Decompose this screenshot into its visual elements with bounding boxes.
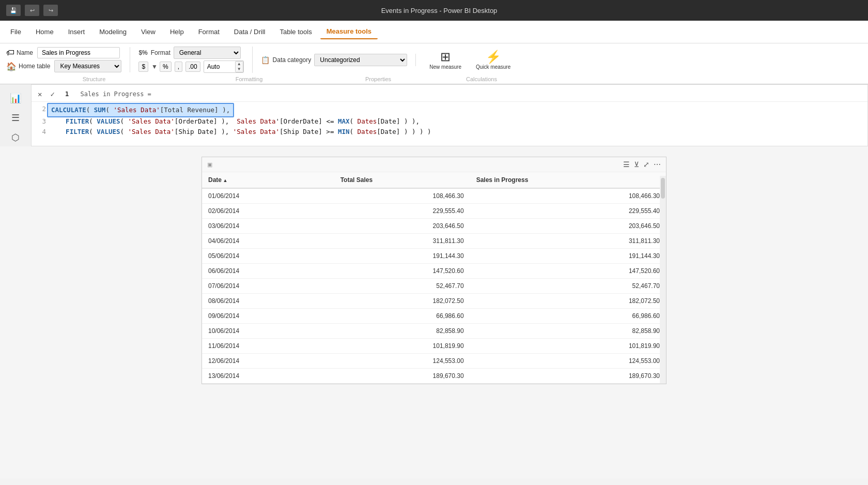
editor-toolbar: ✕ ✓ 1 Sales in Progress = [32, 87, 867, 102]
calculations-section-label: Calculations [440, 76, 523, 82]
cell-date: 03/06/2014 [202, 219, 334, 234]
cell-sales-progress: 229,555.40 [470, 204, 666, 219]
table-row: 09/06/2014 66,986.60 66,986.60 [202, 309, 666, 324]
menu-view[interactable]: View [135, 25, 162, 39]
menu-file[interactable]: File [4, 25, 27, 39]
table-row: 04/06/2014 311,811.30 311,811.30 [202, 234, 666, 249]
formula-editor[interactable]: ✕ ✓ 1 Sales in Progress = 2 CALCULATE( S… [31, 84, 868, 146]
formatting-section-label: Formatting [182, 76, 316, 82]
main-content: ▣ ☰ ⊻ ⤢ ⋯ Date Total Sales Sales in Prog… [0, 146, 868, 478]
report-nav-icon[interactable]: 📊 [8, 90, 23, 106]
data-category-select[interactable]: Uncategorized Web URL Image URL Address [314, 54, 407, 66]
hamburger-icon[interactable]: ☰ [623, 160, 630, 169]
home-table-select[interactable]: Key Measures Sales Data Dates [54, 60, 121, 72]
cell-total-sales: 66,986.60 [334, 309, 470, 324]
data-category-label: Data category [273, 56, 312, 64]
cell-date: 01/06/2014 [202, 188, 334, 204]
cell-total-sales: 189,670.30 [334, 369, 470, 384]
menu-bar: File Home Insert Modeling View Help Form… [0, 21, 868, 43]
format-label: Format [151, 49, 171, 56]
cancel-button[interactable]: ✕ [36, 89, 44, 99]
table-row: 12/06/2014 124,553.00 124,553.00 [202, 354, 666, 369]
cell-total-sales: 311,811.30 [334, 234, 470, 249]
undo-icon[interactable]: ↩ [25, 5, 39, 16]
cell-sales-progress: 182,072.50 [470, 294, 666, 309]
menu-modeling[interactable]: Modeling [93, 25, 133, 39]
cell-total-sales: 124,553.00 [334, 354, 470, 369]
table-row: 01/06/2014 108,466.30 108,466.30 [202, 188, 666, 204]
table-window-indicator: ▣ [207, 161, 212, 168]
new-measure-button[interactable]: ⊞ New measure [424, 48, 467, 72]
cell-total-sales: 82,858.90 [334, 324, 470, 339]
cell-sales-progress: 82,858.90 [470, 324, 666, 339]
editor-content[interactable]: 2 CALCULATE( SUM( 'Sales Data'[Total Rev… [32, 102, 867, 139]
menu-help[interactable]: Help [164, 25, 190, 39]
menu-measure-tools[interactable]: Measure tools [320, 24, 378, 39]
more-options-icon[interactable]: ⋯ [654, 160, 661, 169]
table-header-icons: ☰ ⊻ ⤢ ⋯ [623, 160, 661, 169]
table-scrollbar[interactable] [660, 176, 666, 384]
table-row: 08/06/2014 182,072.50 182,072.50 [202, 294, 666, 309]
table-row: 10/06/2014 82,858.90 82,858.90 [202, 324, 666, 339]
structure-section-label: Structure [6, 76, 182, 82]
cell-date: 09/06/2014 [202, 309, 334, 324]
format-select[interactable]: General Whole number Decimal number Curr… [174, 47, 241, 59]
quick-measure-icon: ⚡ [486, 50, 501, 64]
cell-total-sales: 108,466.30 [334, 188, 470, 204]
measure-name-display: Sales in Progress = [81, 90, 151, 98]
col-total-sales-header[interactable]: Total Sales [334, 172, 470, 188]
cell-date: 07/06/2014 [202, 279, 334, 294]
cell-date: 08/06/2014 [202, 294, 334, 309]
scrollbar-thumb[interactable] [661, 178, 665, 199]
save-icon[interactable]: 💾 [6, 5, 21, 16]
table-row: 11/06/2014 101,819.90 101,819.90 [202, 339, 666, 354]
col-date-header[interactable]: Date [202, 172, 334, 188]
menu-insert[interactable]: Insert [62, 25, 91, 39]
decimal-button[interactable]: .00 [185, 62, 200, 72]
name-label: Name [17, 49, 33, 56]
currency-button[interactable]: $ [138, 62, 148, 72]
editor-sidebar: 📊 ☰ ⬡ [0, 84, 31, 146]
filter-icon[interactable]: ⊻ [634, 160, 639, 169]
auto-spinner[interactable]: ▲ ▼ [235, 61, 243, 72]
menu-data-drill[interactable]: Data / Drill [228, 25, 272, 39]
cell-sales-progress: 101,819.90 [470, 339, 666, 354]
cell-sales-progress: 52,467.70 [470, 279, 666, 294]
comma-button[interactable]: , [175, 62, 182, 72]
spinner-down[interactable]: ▼ [236, 67, 243, 72]
currency-dropdown[interactable]: ▼ [151, 63, 158, 70]
home-table-label: Home table [19, 63, 50, 70]
cell-total-sales: 101,819.90 [334, 339, 470, 354]
cell-total-sales: 229,555.40 [334, 204, 470, 219]
auto-input[interactable] [204, 62, 235, 72]
percent-button[interactable]: % [160, 62, 172, 72]
confirm-button[interactable]: ✓ [48, 89, 56, 99]
editor-line-2: 2 CALCULATE( SUM( 'Sales Data'[Total Rev… [36, 104, 863, 116]
cell-sales-progress: 189,670.30 [470, 369, 666, 384]
cell-sales-progress: 66,986.60 [470, 309, 666, 324]
menu-format[interactable]: Format [192, 25, 226, 39]
table-row: 13/06/2014 189,670.30 189,670.30 [202, 369, 666, 384]
measure-name-input[interactable] [37, 47, 120, 58]
table-row: 03/06/2014 203,646.50 203,646.50 [202, 219, 666, 234]
new-measure-icon: ⊞ [440, 50, 451, 64]
table-container: ▣ ☰ ⊻ ⤢ ⋯ Date Total Sales Sales in Prog… [0, 146, 868, 478]
cell-sales-progress: 147,520.60 [470, 264, 666, 279]
quick-measure-button[interactable]: ⚡ Quick measure [471, 48, 516, 72]
model-nav-icon[interactable]: ⬡ [8, 130, 23, 145]
menu-home[interactable]: Home [29, 25, 60, 39]
cell-date: 11/06/2014 [202, 339, 334, 354]
spinner-up[interactable]: ▲ [236, 62, 243, 67]
properties-section-label: Properties [316, 76, 440, 82]
col-sales-progress-header[interactable]: Sales in Progress [470, 172, 666, 188]
expand-icon[interactable]: ⤢ [643, 160, 649, 169]
data-nav-icon[interactable]: ☰ [8, 110, 23, 126]
cell-date: 02/06/2014 [202, 204, 334, 219]
menu-table-tools[interactable]: Table tools [273, 25, 318, 39]
table-header-bar: ▣ ☰ ⊻ ⤢ ⋯ [202, 157, 666, 172]
cell-total-sales: 191,144.30 [334, 249, 470, 264]
cell-total-sales: 203,646.50 [334, 219, 470, 234]
ribbon: 🏷 Name 🏠 Home table Key Measures Sales D… [0, 43, 868, 84]
cell-total-sales: 52,467.70 [334, 279, 470, 294]
redo-icon[interactable]: ↪ [43, 5, 58, 16]
